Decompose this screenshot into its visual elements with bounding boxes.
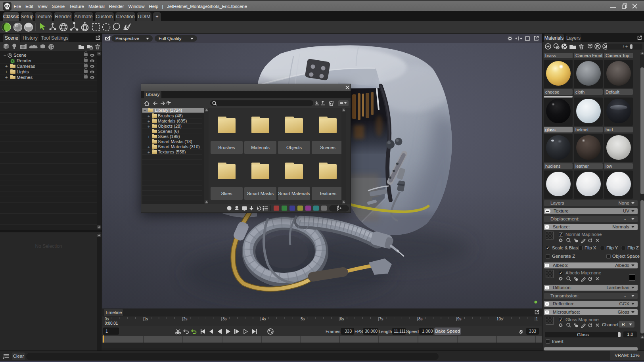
svg-text:4s: 4s bbox=[262, 317, 266, 321]
svg-text:10s: 10s bbox=[496, 317, 503, 321]
svg-text:8s: 8s bbox=[418, 317, 423, 321]
svg-text:0s: 0s bbox=[105, 317, 109, 321]
svg-text:5s: 5s bbox=[301, 317, 305, 321]
svg-text:3s: 3s bbox=[222, 317, 227, 321]
svg-text:1: 1 bbox=[536, 317, 538, 321]
svg-text:7s: 7s bbox=[379, 317, 383, 321]
svg-text:2s: 2s bbox=[183, 317, 188, 321]
svg-text:9s: 9s bbox=[457, 317, 462, 321]
svg-text:1s: 1s bbox=[144, 317, 148, 321]
svg-text:- / +: - / + bbox=[620, 44, 628, 49]
svg-text:0:00.01: 0:00.01 bbox=[105, 321, 118, 326]
svg-text:6s: 6s bbox=[340, 317, 344, 321]
